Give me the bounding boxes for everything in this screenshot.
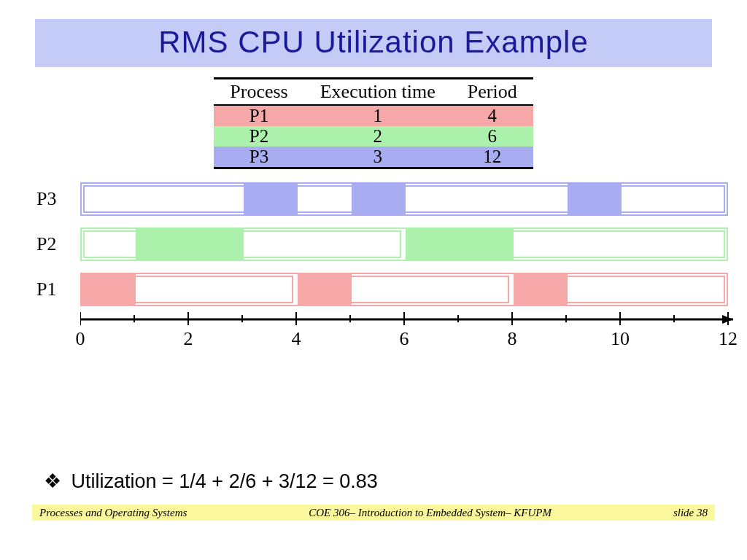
axis-tick-label: 10 (611, 328, 630, 350)
cell-name: P2 (214, 126, 303, 147)
axis-tick-label: 6 (400, 328, 409, 350)
period-window (407, 230, 725, 258)
footer-left: Processes and Operating Systems (39, 507, 187, 519)
table-row: P1 1 4 (214, 105, 533, 126)
cell-period: 4 (452, 105, 533, 126)
col-period: Period (452, 79, 533, 106)
process-table: Process Execution time Period P1 1 4 P2 … (214, 77, 533, 169)
gantt-chart: P3P2P1024681012 (29, 182, 718, 372)
axis-tick-label: 4 (292, 328, 301, 350)
gantt-lane-p3 (80, 182, 728, 216)
period-window (83, 276, 293, 303)
table-row: P2 2 6 (214, 126, 533, 147)
utilization-text: Utilization = 1/4 + 2/6 + 3/12 = 0.83 (71, 470, 378, 492)
slide-title: RMS CPU Utilization Example (158, 25, 589, 59)
footer-right: slide 38 (673, 507, 708, 519)
axis-tick-label: 8 (508, 328, 517, 350)
lane-label: P1 (36, 279, 56, 300)
utilization-line: ❖ Utilization = 1/4 + 2/6 + 3/12 = 0.83 (44, 470, 378, 493)
cell-exec: 1 (304, 105, 452, 126)
slide-footer: Processes and Operating Systems COE 306–… (32, 505, 715, 521)
footer-center: COE 306– Introduction to Embedded System… (309, 507, 551, 519)
period-window (83, 230, 401, 258)
period-window (299, 276, 509, 303)
bullet-icon: ❖ (44, 470, 61, 492)
cell-period: 12 (452, 147, 533, 168)
axis-tick-label: 2 (184, 328, 193, 350)
slide-title-band: RMS CPU Utilization Example (35, 19, 712, 67)
cell-exec: 2 (304, 126, 452, 147)
cell-period: 6 (452, 126, 533, 147)
axis-tick-label: 0 (76, 328, 85, 350)
gantt-lane-p1 (80, 273, 728, 306)
lane-label: P2 (36, 233, 56, 255)
table-row: P3 3 12 (214, 147, 533, 168)
cell-name: P3 (214, 147, 303, 168)
gantt-lane-p2 (80, 228, 728, 261)
col-exec: Execution time (304, 79, 452, 106)
cell-exec: 3 (304, 147, 452, 168)
lane-label: P3 (36, 188, 56, 210)
cell-name: P1 (214, 105, 303, 126)
col-process: Process (214, 79, 303, 106)
period-window (83, 185, 725, 213)
period-window (515, 276, 725, 303)
axis-tick-label: 12 (719, 328, 738, 350)
